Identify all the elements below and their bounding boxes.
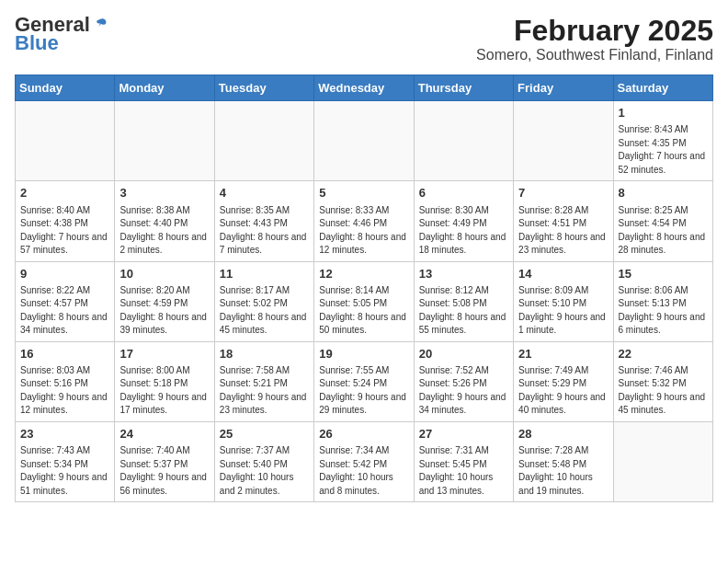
calendar-day-cell: 13Sunrise: 8:12 AMSunset: 5:08 PMDayligh… [414, 261, 513, 341]
calendar-day-cell [613, 421, 712, 501]
weekday-header: Sunday [16, 75, 115, 101]
day-number: 10 [119, 266, 209, 282]
day-info: Sunrise: 8:30 AMSunset: 4:49 PMDaylight:… [419, 204, 508, 258]
calendar-day-cell: 23Sunrise: 7:43 AMSunset: 5:34 PMDayligh… [16, 421, 115, 501]
page-header: General Blue February 2025 Somero, South… [15, 15, 713, 63]
day-info: Sunrise: 7:40 AMSunset: 5:37 PMDaylight:… [119, 444, 209, 498]
calendar-day-cell: 5Sunrise: 8:33 AMSunset: 4:46 PMDaylight… [314, 181, 414, 261]
calendar-header-row: SundayMondayTuesdayWednesdayThursdayFrid… [16, 75, 713, 101]
day-number: 26 [319, 426, 408, 442]
day-info: Sunrise: 8:35 AMSunset: 4:43 PMDaylight:… [220, 204, 309, 258]
calendar-day-cell: 25Sunrise: 7:37 AMSunset: 5:40 PMDayligh… [214, 421, 313, 501]
logo-bird-icon [92, 17, 108, 33]
day-info: Sunrise: 8:43 AMSunset: 4:35 PMDaylight:… [619, 123, 708, 177]
calendar-table: SundayMondayTuesdayWednesdayThursdayFrid… [15, 75, 713, 502]
calendar-day-cell: 11Sunrise: 8:17 AMSunset: 5:02 PMDayligh… [214, 261, 313, 341]
weekday-header: Tuesday [214, 75, 313, 101]
weekday-header: Friday [514, 75, 613, 101]
calendar-day-cell [314, 101, 414, 181]
day-info: Sunrise: 8:17 AMSunset: 5:02 PMDaylight:… [220, 284, 309, 338]
day-number: 25 [220, 426, 309, 442]
calendar-day-cell [514, 101, 613, 181]
day-number: 2 [20, 185, 109, 201]
day-info: Sunrise: 8:40 AMSunset: 4:38 PMDaylight:… [20, 204, 109, 258]
logo: General Blue [15, 15, 108, 55]
day-info: Sunrise: 8:22 AMSunset: 4:57 PMDaylight:… [20, 284, 109, 338]
calendar-day-cell [214, 101, 313, 181]
day-number: 14 [518, 266, 608, 282]
calendar-day-cell: 24Sunrise: 7:40 AMSunset: 5:37 PMDayligh… [115, 421, 214, 501]
calendar-day-cell: 6Sunrise: 8:30 AMSunset: 4:49 PMDaylight… [414, 181, 513, 261]
title-block: February 2025 Somero, Southwest Finland,… [476, 15, 713, 63]
day-number: 21 [518, 346, 608, 362]
day-number: 17 [119, 346, 209, 362]
day-number: 13 [419, 266, 508, 282]
calendar-day-cell: 20Sunrise: 7:52 AMSunset: 5:26 PMDayligh… [414, 341, 513, 421]
logo-blue-text: Blue [15, 31, 59, 55]
day-info: Sunrise: 8:38 AMSunset: 4:40 PMDaylight:… [119, 204, 209, 258]
calendar-day-cell: 15Sunrise: 8:06 AMSunset: 5:13 PMDayligh… [613, 261, 712, 341]
calendar-day-cell: 22Sunrise: 7:46 AMSunset: 5:32 PMDayligh… [613, 341, 712, 421]
day-number: 1 [619, 105, 708, 121]
calendar-week-row: 1Sunrise: 8:43 AMSunset: 4:35 PMDaylight… [16, 101, 713, 181]
day-number: 24 [119, 426, 209, 442]
calendar-week-row: 9Sunrise: 8:22 AMSunset: 4:57 PMDaylight… [16, 261, 713, 341]
day-info: Sunrise: 8:09 AMSunset: 5:10 PMDaylight:… [518, 284, 608, 338]
day-info: Sunrise: 8:06 AMSunset: 5:13 PMDaylight:… [619, 284, 708, 338]
calendar-week-row: 23Sunrise: 7:43 AMSunset: 5:34 PMDayligh… [16, 421, 713, 501]
calendar-day-cell: 1Sunrise: 8:43 AMSunset: 4:35 PMDaylight… [613, 101, 712, 181]
calendar-day-cell: 2Sunrise: 8:40 AMSunset: 4:38 PMDaylight… [16, 181, 115, 261]
weekday-header: Saturday [613, 75, 712, 101]
day-info: Sunrise: 7:55 AMSunset: 5:24 PMDaylight:… [319, 364, 408, 418]
day-number: 11 [220, 266, 309, 282]
day-info: Sunrise: 7:43 AMSunset: 5:34 PMDaylight:… [20, 444, 109, 498]
day-info: Sunrise: 7:34 AMSunset: 5:42 PMDaylight:… [319, 444, 408, 498]
day-number: 4 [220, 185, 309, 201]
calendar-day-cell [16, 101, 115, 181]
day-number: 20 [419, 346, 508, 362]
day-number: 15 [619, 266, 708, 282]
calendar-day-cell: 10Sunrise: 8:20 AMSunset: 4:59 PMDayligh… [115, 261, 214, 341]
weekday-header: Thursday [414, 75, 513, 101]
day-info: Sunrise: 7:46 AMSunset: 5:32 PMDaylight:… [619, 364, 708, 418]
calendar-day-cell [115, 101, 214, 181]
day-number: 7 [518, 185, 608, 201]
day-number: 28 [518, 426, 608, 442]
day-number: 5 [319, 185, 408, 201]
calendar-day-cell: 14Sunrise: 8:09 AMSunset: 5:10 PMDayligh… [514, 261, 613, 341]
day-number: 19 [319, 346, 408, 362]
day-info: Sunrise: 8:00 AMSunset: 5:18 PMDaylight:… [119, 364, 209, 418]
calendar-day-cell: 8Sunrise: 8:25 AMSunset: 4:54 PMDaylight… [613, 181, 712, 261]
day-info: Sunrise: 8:28 AMSunset: 4:51 PMDaylight:… [518, 204, 608, 258]
day-number: 8 [619, 185, 708, 201]
day-number: 18 [220, 346, 309, 362]
day-info: Sunrise: 8:12 AMSunset: 5:08 PMDaylight:… [419, 284, 508, 338]
day-info: Sunrise: 8:14 AMSunset: 5:05 PMDaylight:… [319, 284, 408, 338]
day-number: 9 [20, 266, 109, 282]
day-info: Sunrise: 7:37 AMSunset: 5:40 PMDaylight:… [220, 444, 309, 498]
calendar-day-cell: 4Sunrise: 8:35 AMSunset: 4:43 PMDaylight… [214, 181, 313, 261]
calendar-day-cell: 21Sunrise: 7:49 AMSunset: 5:29 PMDayligh… [514, 341, 613, 421]
day-number: 27 [419, 426, 508, 442]
calendar-day-cell: 18Sunrise: 7:58 AMSunset: 5:21 PMDayligh… [214, 341, 313, 421]
day-number: 3 [119, 185, 209, 201]
page-title: February 2025 [476, 15, 713, 47]
calendar-day-cell: 17Sunrise: 8:00 AMSunset: 5:18 PMDayligh… [115, 341, 214, 421]
calendar-week-row: 2Sunrise: 8:40 AMSunset: 4:38 PMDaylight… [16, 181, 713, 261]
weekday-header: Wednesday [314, 75, 414, 101]
day-info: Sunrise: 8:33 AMSunset: 4:46 PMDaylight:… [319, 204, 408, 258]
calendar-day-cell: 7Sunrise: 8:28 AMSunset: 4:51 PMDaylight… [514, 181, 613, 261]
calendar-day-cell: 19Sunrise: 7:55 AMSunset: 5:24 PMDayligh… [314, 341, 414, 421]
day-number: 12 [319, 266, 408, 282]
day-info: Sunrise: 7:52 AMSunset: 5:26 PMDaylight:… [419, 364, 508, 418]
calendar-day-cell: 3Sunrise: 8:38 AMSunset: 4:40 PMDaylight… [115, 181, 214, 261]
calendar-week-row: 16Sunrise: 8:03 AMSunset: 5:16 PMDayligh… [16, 341, 713, 421]
calendar-day-cell [414, 101, 513, 181]
day-info: Sunrise: 7:58 AMSunset: 5:21 PMDaylight:… [220, 364, 309, 418]
day-info: Sunrise: 8:03 AMSunset: 5:16 PMDaylight:… [20, 364, 109, 418]
day-info: Sunrise: 7:28 AMSunset: 5:48 PMDaylight:… [518, 444, 608, 498]
page-subtitle: Somero, Southwest Finland, Finland [476, 47, 713, 63]
calendar-day-cell: 16Sunrise: 8:03 AMSunset: 5:16 PMDayligh… [16, 341, 115, 421]
day-info: Sunrise: 7:31 AMSunset: 5:45 PMDaylight:… [419, 444, 508, 498]
weekday-header: Monday [115, 75, 214, 101]
